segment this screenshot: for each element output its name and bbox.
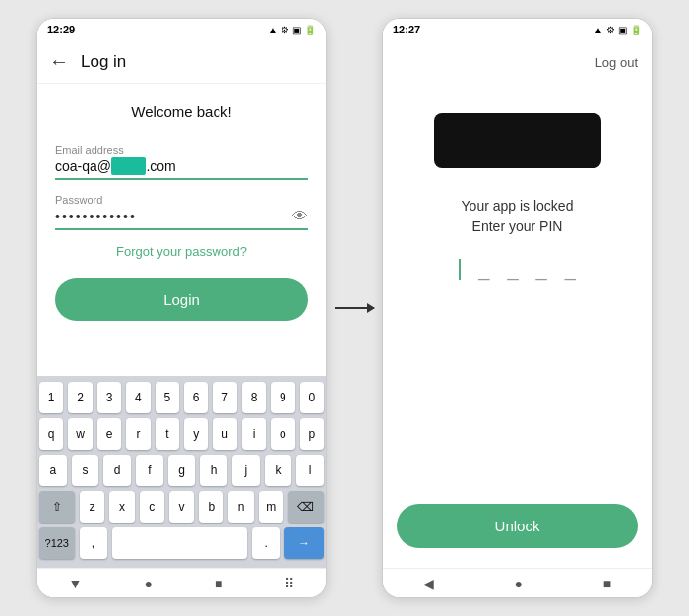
email-label: Email address bbox=[55, 144, 308, 155]
key-d[interactable]: d bbox=[103, 455, 131, 486]
password-input-wrap[interactable]: 👁 bbox=[55, 208, 308, 230]
nav-home-icon[interactable]: ● bbox=[515, 576, 523, 591]
key-n[interactable]: n bbox=[228, 491, 253, 523]
key-v[interactable]: v bbox=[169, 491, 194, 523]
password-input[interactable] bbox=[55, 209, 282, 224]
key-p[interactable]: p bbox=[300, 418, 324, 450]
pin-dash-1: _ bbox=[478, 260, 489, 279]
key-3[interactable]: 3 bbox=[97, 382, 121, 413]
nav-back-icon[interactable]: ▼ bbox=[69, 576, 83, 591]
left-content: Welcome back! Email address coa-qa@ .com… bbox=[37, 84, 326, 331]
welcome-text: Welcome back! bbox=[55, 103, 308, 120]
key-5[interactable]: 5 bbox=[156, 382, 179, 413]
pin-dash-4: _ bbox=[565, 260, 576, 279]
email-redacted bbox=[111, 157, 146, 175]
pin-dash-2: _ bbox=[507, 260, 518, 279]
comma-key[interactable]: , bbox=[80, 527, 107, 559]
email-suffix: .com bbox=[146, 158, 175, 174]
email-field-group: Email address coa-qa@ .com bbox=[55, 144, 308, 180]
left-phone: 12:29 ▲ ⚙ ▣ 🔋 ← Log in Welcome back! Ema… bbox=[36, 18, 327, 598]
arrow-line bbox=[335, 307, 374, 309]
signal-icon: ▲ bbox=[594, 25, 603, 35]
email-display: coa-qa@ .com bbox=[55, 157, 308, 175]
eye-icon[interactable]: 👁 bbox=[292, 208, 308, 225]
key-y[interactable]: y bbox=[184, 418, 208, 450]
period-key[interactable]: . bbox=[252, 527, 280, 559]
key-x[interactable]: x bbox=[109, 491, 134, 523]
key-a[interactable]: a bbox=[39, 455, 67, 486]
left-nav-bar: ▼ ● ■ ⠿ bbox=[37, 568, 326, 597]
right-status-icons: ▲ ⚙ ▣ 🔋 bbox=[594, 25, 642, 35]
symbols-key[interactable]: ?123 bbox=[39, 527, 75, 559]
key-8[interactable]: 8 bbox=[242, 382, 266, 413]
logout-button[interactable]: Log out bbox=[595, 55, 638, 70]
nav-recent-icon[interactable]: ■ bbox=[603, 576, 611, 591]
pin-input-row[interactable]: _ _ _ _ bbox=[459, 259, 576, 280]
battery-full-icon: 🔋 bbox=[304, 25, 316, 35]
key-i[interactable]: i bbox=[242, 418, 266, 450]
delete-key[interactable]: ⌫ bbox=[288, 491, 324, 523]
shift-key[interactable]: ⇧ bbox=[39, 491, 75, 523]
key-t[interactable]: t bbox=[156, 418, 179, 450]
password-field-group: Password 👁 bbox=[55, 194, 308, 230]
left-status-bar: 12:29 ▲ ⚙ ▣ 🔋 bbox=[37, 19, 326, 40]
nav-home-icon[interactable]: ● bbox=[144, 576, 152, 591]
left-app-bar: ← Log in bbox=[37, 40, 326, 84]
key-u[interactable]: u bbox=[213, 418, 236, 450]
right-status-bar: 12:27 ▲ ⚙ ▣ 🔋 bbox=[383, 19, 652, 40]
unlock-button[interactable]: Unlock bbox=[397, 504, 638, 548]
right-time: 12:27 bbox=[393, 24, 420, 35]
space-key[interactable] bbox=[112, 527, 248, 559]
right-nav-bar: ◀ ● ■ bbox=[383, 568, 652, 597]
key-1[interactable]: 1 bbox=[39, 382, 63, 413]
key-j[interactable]: j bbox=[232, 455, 260, 486]
key-0[interactable]: 0 bbox=[300, 382, 324, 413]
signal-icon: ▲ bbox=[268, 25, 278, 35]
back-button[interactable]: ← bbox=[49, 50, 69, 73]
key-2[interactable]: 2 bbox=[68, 382, 92, 413]
keyboard-row-numbers: 1 2 3 4 5 6 7 8 9 0 bbox=[39, 382, 324, 413]
key-l[interactable]: l bbox=[296, 455, 324, 486]
right-content: Your app is locked Enter your PIN _ _ _ … bbox=[383, 84, 652, 280]
nav-recent-icon[interactable]: ■ bbox=[215, 576, 222, 591]
key-z[interactable]: z bbox=[80, 491, 104, 523]
locked-line1: Your app is locked bbox=[462, 196, 574, 216]
key-o[interactable]: o bbox=[271, 418, 294, 450]
keyboard-row-bottom: ?123 , . → bbox=[39, 527, 324, 559]
key-e[interactable]: e bbox=[97, 418, 121, 450]
right-app-bar: Log out bbox=[383, 40, 652, 84]
key-b[interactable]: b bbox=[199, 491, 223, 523]
enter-key[interactable]: → bbox=[284, 527, 324, 559]
key-r[interactable]: r bbox=[126, 418, 150, 450]
key-s[interactable]: s bbox=[72, 455, 99, 486]
email-input-wrap[interactable]: coa-qa@ .com bbox=[55, 157, 308, 180]
left-time: 12:29 bbox=[47, 24, 75, 35]
keyboard-row-qwerty: q w e r t y u i o p bbox=[39, 418, 324, 450]
login-button[interactable]: Login bbox=[55, 278, 308, 321]
pin-dash-3: _ bbox=[536, 260, 547, 279]
key-4[interactable]: 4 bbox=[126, 382, 150, 413]
nav-grid-icon[interactable]: ⠿ bbox=[284, 576, 294, 591]
key-q[interactable]: q bbox=[39, 418, 63, 450]
right-phone: 12:27 ▲ ⚙ ▣ 🔋 Log out Your app is locked… bbox=[382, 18, 653, 598]
key-h[interactable]: h bbox=[200, 455, 227, 486]
pin-cursor bbox=[459, 259, 461, 280]
app-logo bbox=[434, 113, 601, 168]
battery-full-icon: 🔋 bbox=[630, 25, 642, 35]
key-6[interactable]: 6 bbox=[184, 382, 208, 413]
key-9[interactable]: 9 bbox=[271, 382, 294, 413]
settings-icon: ⚙ bbox=[606, 25, 615, 35]
flow-arrow bbox=[335, 307, 374, 309]
forgot-password-link[interactable]: Forgot your password? bbox=[55, 244, 308, 259]
key-k[interactable]: k bbox=[265, 455, 292, 486]
key-f[interactable]: f bbox=[136, 455, 163, 486]
battery-icon: ▣ bbox=[618, 25, 627, 35]
battery-icon: ▣ bbox=[292, 25, 301, 35]
nav-back-icon[interactable]: ◀ bbox=[423, 576, 434, 591]
keyboard: 1 2 3 4 5 6 7 8 9 0 q w e r t y u i o bbox=[37, 376, 326, 568]
key-7[interactable]: 7 bbox=[213, 382, 236, 413]
key-g[interactable]: g bbox=[168, 455, 196, 486]
key-m[interactable]: m bbox=[259, 491, 283, 523]
key-w[interactable]: w bbox=[68, 418, 92, 450]
key-c[interactable]: c bbox=[140, 491, 164, 523]
